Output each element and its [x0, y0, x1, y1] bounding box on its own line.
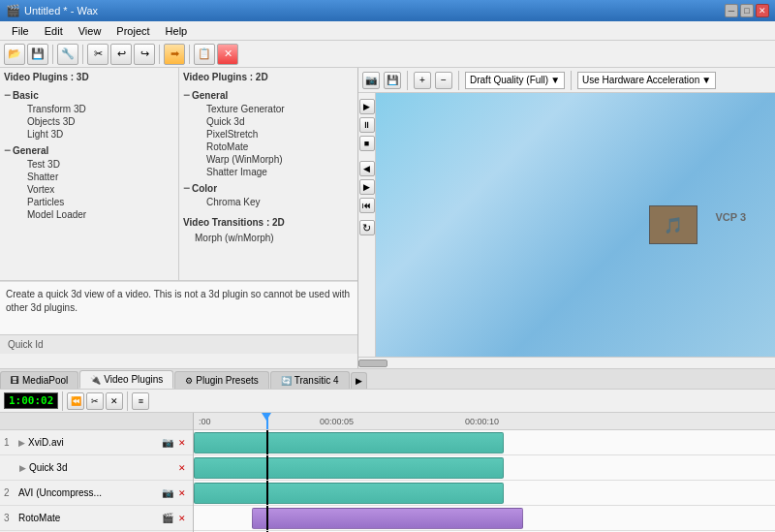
track-3-clip-icon[interactable]: 🎬 — [161, 512, 174, 525]
pause-button[interactable]: ⏸ — [359, 117, 375, 133]
tl-delete-button[interactable]: ✕ — [106, 392, 123, 410]
tree-general-2d-label[interactable]: − General — [183, 87, 354, 103]
undo-button[interactable]: ↩ — [110, 44, 132, 65]
menu-view[interactable]: View — [71, 23, 109, 39]
cut-button[interactable]: ✂ — [87, 44, 108, 65]
prev-frame-button[interactable]: ◀ — [359, 161, 375, 176]
tree-item-shatter[interactable]: Shatter — [16, 171, 174, 183]
prev-separator-3 — [571, 71, 572, 90]
quick-id-bar: Quick Id — [0, 334, 357, 354]
preview-scroll-thumb[interactable] — [358, 360, 388, 367]
tab-scroll-right[interactable]: ▶ — [351, 372, 367, 389]
track-2-icons: 📷 ✕ — [161, 486, 189, 500]
tree-item-modelloader[interactable]: Model Loader — [16, 208, 174, 221]
track-1-close-icon[interactable]: ✕ — [175, 436, 189, 450]
hw-accel-dropdown[interactable]: Use Hardware Acceleration ▼ — [577, 72, 716, 89]
tree-item-warp[interactable]: Warp (WinMorph) — [195, 153, 354, 166]
tree-color-label[interactable]: − Color — [183, 180, 354, 196]
zoom-in-button[interactable]: + — [414, 72, 431, 89]
track-1-label: 1 ▶ XviD.avi 📷 ✕ — [0, 430, 194, 454]
hw-accel-label: Use Hardware Acceleration — [582, 75, 699, 85]
stop-button[interactable]: ■ — [359, 136, 375, 151]
tree-general-3d-label[interactable]: − General — [4, 142, 174, 158]
transitions-icon: 🔄 — [281, 376, 292, 386]
redo-button[interactable]: ↪ — [134, 44, 155, 65]
video-thumbnail: 🎵 — [649, 205, 698, 244]
open-button[interactable]: 📂 — [4, 44, 25, 65]
close-button[interactable]: ✕ — [756, 4, 769, 17]
tab-bar: 🎞 MediaPool 🔌 Video Plugins ⚙ Plugin Pre… — [0, 368, 775, 390]
tree-item-texturegen[interactable]: Texture Generator — [195, 103, 354, 115]
tab-videoplugins[interactable]: 🔌 Video Plugins — [79, 370, 173, 389]
track-1-sub-clip-area — [194, 455, 775, 481]
track-1-cam-icon[interactable]: 📷 — [161, 436, 174, 450]
next-frame-button[interactable]: ▶ — [359, 179, 375, 195]
track-1-sub-close[interactable]: ✕ — [175, 461, 189, 475]
save-frame-button[interactable]: 💾 — [384, 72, 401, 89]
track-1-expand[interactable]: ▶ — [18, 438, 25, 448]
save-button[interactable]: 💾 — [27, 44, 48, 65]
tree-item-morph[interactable]: Morph (w/nMorph) — [183, 232, 354, 244]
zoom-out-button[interactable]: − — [435, 72, 452, 89]
track-row-1-sub: ▶ Quick 3d ✕ — [0, 455, 193, 481]
prev-separator-2 — [458, 71, 459, 90]
pluginpresets-icon: ⚙ — [185, 376, 193, 386]
go-start-button[interactable]: ⏮ — [359, 198, 375, 213]
tree-item-test3d[interactable]: Test 3D — [16, 158, 174, 171]
track-3-close-icon[interactable]: ✕ — [175, 512, 189, 525]
tl-options-button[interactable]: ≡ — [132, 392, 149, 410]
main-toolbar: 📂 💾 🔧 ✂ ↩ ↪ ➡ 📋 ✕ — [0, 41, 775, 68]
tree-item-transform3d[interactable]: Transform 3D — [16, 103, 174, 115]
export-button[interactable]: ➡ — [164, 44, 185, 65]
menu-file[interactable]: File — [4, 23, 37, 39]
video-label: VCP 3 — [715, 211, 746, 223]
tree-item-quick3d[interactable]: Quick 3d — [195, 115, 354, 128]
general-3d-items: Test 3D Shatter Vortex Particles Model L… — [4, 158, 174, 221]
tab-pluginpresets[interactable]: ⚙ Plugin Presets — [174, 371, 268, 389]
copy-button[interactable]: 📋 — [194, 44, 215, 65]
quality-dropdown[interactable]: Draft Quality (Full) ▼ — [465, 72, 565, 89]
color-expand-icon: − — [183, 181, 190, 195]
general-2d-label: General — [192, 90, 228, 101]
track-2-clip[interactable] — [194, 483, 504, 504]
menu-help[interactable]: Help — [158, 23, 196, 39]
track-1-sub-clip[interactable] — [194, 457, 504, 479]
window-title: Untitled * - Wax — [24, 5, 98, 16]
tl-cut-button[interactable]: ✂ — [86, 392, 104, 410]
tree-item-light3d[interactable]: Light 3D — [16, 128, 174, 141]
tab-videoplugins-label: Video Plugins — [104, 374, 163, 385]
minimize-button[interactable]: ─ — [725, 4, 738, 17]
maximize-button[interactable]: □ — [740, 4, 754, 17]
snapshot-button[interactable]: 📷 — [362, 72, 380, 89]
track-1-sub-label: ▶ Quick 3d ✕ — [0, 455, 194, 480]
track-3-clip[interactable] — [252, 508, 523, 529]
tree-basic-label[interactable]: − Basic — [4, 87, 174, 103]
menu-edit[interactable]: Edit — [37, 23, 71, 39]
tree-item-chromakey[interactable]: Chroma Key — [195, 196, 354, 208]
track-1-sub-expand[interactable]: ▶ — [19, 463, 26, 473]
track-row-2: 2 AVI (Uncompress... 📷 ✕ — [0, 481, 193, 506]
track-3-clip-area — [194, 506, 775, 531]
preview-scroll-horizontal[interactable] — [358, 357, 775, 368]
track-1-icons: 📷 ✕ — [161, 436, 189, 450]
tree-item-objects3d[interactable]: Objects 3D — [16, 115, 174, 128]
track-1-clip[interactable] — [194, 432, 504, 454]
tab-pluginpresets-label: Plugin Presets — [196, 375, 258, 386]
delete-button[interactable]: ✕ — [217, 44, 238, 65]
tab-transitions[interactable]: 🔄 Transitic 4 — [270, 371, 350, 389]
general-2d-items: Texture Generator Quick 3d PixelStretch … — [183, 103, 354, 178]
tree-item-vortex[interactable]: Vortex — [16, 183, 174, 196]
tree-item-particles[interactable]: Particles — [16, 196, 174, 208]
loop-button[interactable]: ↻ — [359, 220, 375, 235]
track-2-cam-icon[interactable]: 📷 — [161, 486, 174, 500]
play-button[interactable]: ▶ — [359, 99, 375, 114]
menu-project[interactable]: Project — [108, 23, 157, 39]
tab-mediapool[interactable]: 🎞 MediaPool — [0, 371, 78, 389]
tree-item-rotomate[interactable]: RotoMate — [195, 141, 354, 153]
tree-item-shatternimage[interactable]: Shatter Image — [195, 166, 354, 178]
track-2-close-icon[interactable]: ✕ — [175, 486, 189, 500]
track-3-icons: 🎬 ✕ — [161, 512, 189, 525]
settings-button[interactable]: 🔧 — [57, 44, 78, 65]
tree-item-pixelstretch[interactable]: PixelStretch — [195, 128, 354, 141]
tl-back-button[interactable]: ⏪ — [67, 392, 84, 410]
